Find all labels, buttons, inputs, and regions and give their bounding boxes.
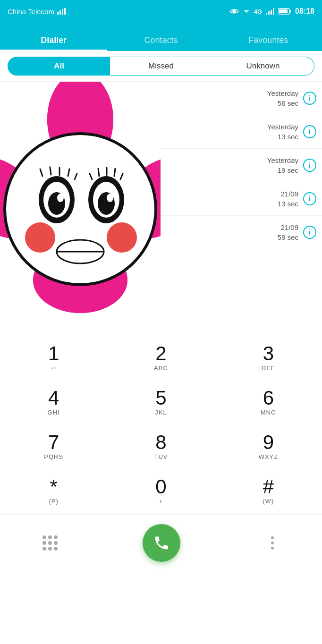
svg-rect-3: [64, 8, 66, 15]
filter-missed-button[interactable]: Missed: [110, 57, 212, 76]
dial-key-hash[interactable]: # (W): [226, 470, 311, 512]
call-button[interactable]: [143, 524, 180, 562]
dial-key-3[interactable]: 3 DEF: [226, 337, 311, 379]
svg-rect-8: [279, 9, 288, 13]
dialpad-row-1: 1 ◦◦ 2 ABC 3 DEF: [0, 337, 322, 379]
call-info-button[interactable]: i: [303, 159, 316, 172]
dial-key-9[interactable]: 9 WXYZ: [226, 425, 311, 468]
call-info-button[interactable]: i: [303, 92, 316, 105]
network-type: 4G: [254, 8, 262, 15]
dial-key-1[interactable]: 1 ◦◦: [11, 337, 96, 379]
call-item: Yesterday 13 sec i: [161, 115, 322, 149]
dial-key-0[interactable]: 0 +: [119, 470, 203, 512]
call-timestamp: Yesterday 56 sec: [267, 88, 298, 108]
dialpad-row-3: 7 PQRS 8 TUV 9 WXYZ: [0, 425, 322, 468]
contact-avatar: [0, 82, 161, 332]
dial-key-6[interactable]: 6 MNO: [226, 381, 311, 424]
phone-icon: [153, 534, 170, 551]
carrier-info: China Telecom: [8, 8, 66, 16]
call-timestamp: Yesterday 13 sec: [267, 122, 298, 142]
dial-key-5[interactable]: 5 JKL: [119, 381, 203, 424]
system-icons: 4G 08:18: [229, 7, 314, 16]
carrier-name: China Telecom: [8, 8, 54, 16]
svg-rect-7: [289, 10, 291, 13]
carrier-signal-icon: [57, 8, 66, 15]
time-display: 08:18: [295, 7, 314, 16]
svg-point-25: [107, 194, 113, 202]
visibility-icon: [229, 8, 239, 15]
dial-key-2[interactable]: 2 ABC: [119, 337, 203, 379]
tab-favourites[interactable]: Favourites: [215, 35, 322, 51]
svg-point-5: [233, 11, 235, 12]
call-area: Yesterday 56 sec i Yesterday 13 sec i Ye…: [0, 82, 322, 332]
filter-all-button[interactable]: All: [8, 57, 110, 76]
dialpad-row-2: 4 GHI 5 JKL 6 MNO: [0, 381, 322, 424]
call-item: 21/09 13 sec i: [161, 182, 322, 216]
signal-strength-icon: [266, 8, 274, 15]
flower-avatar-svg: [0, 82, 161, 332]
call-item: Yesterday 56 sec i: [161, 82, 322, 115]
dial-key-8[interactable]: 8 TUV: [119, 425, 203, 468]
dial-key-star[interactable]: * (P): [11, 470, 96, 512]
tab-contacts[interactable]: Contacts: [107, 35, 214, 51]
left-eye: [39, 176, 75, 223]
call-history-list: Yesterday 56 sec i Yesterday 13 sec i Ye…: [161, 82, 322, 332]
call-info-button[interactable]: i: [303, 192, 316, 205]
dialpad-grid-icon[interactable]: [42, 535, 58, 551]
dialpad: 1 ◦◦ 2 ABC 3 DEF 4 GHI 5 JKL 6 MNO 7 PQR…: [0, 332, 322, 512]
bottom-bar: [0, 514, 322, 571]
svg-line-32: [98, 169, 99, 176]
call-item: 21/09 59 sec i: [161, 216, 322, 249]
dial-key-4[interactable]: 4 GHI: [11, 381, 96, 424]
dial-key-7[interactable]: 7 PQRS: [11, 425, 96, 468]
svg-line-34: [114, 169, 115, 176]
dialpad-row-4: * (P) 0 + # (W): [0, 470, 322, 512]
svg-rect-1: [59, 10, 61, 15]
call-timestamp: 21/09 59 sec: [278, 222, 298, 242]
svg-point-37: [107, 222, 137, 253]
filter-bar: All Missed Unknown: [0, 51, 322, 82]
svg-point-36: [25, 222, 55, 253]
right-eye: [88, 176, 124, 223]
tab-dialler[interactable]: Dialler: [0, 35, 107, 51]
call-timestamp: Yesterday 19 sec: [267, 155, 298, 175]
svg-line-27: [50, 167, 51, 175]
call-info-button[interactable]: i: [303, 226, 316, 239]
filter-unknown-button[interactable]: Unknown: [212, 57, 314, 76]
svg-rect-2: [62, 9, 63, 15]
svg-point-21: [57, 194, 64, 202]
more-options-icon[interactable]: [265, 536, 280, 550]
wifi-icon: [243, 8, 250, 14]
call-item: Yesterday 19 sec i: [161, 149, 322, 182]
tab-bar: Dialler Contacts Favourites: [0, 23, 322, 51]
call-info-button[interactable]: i: [303, 125, 316, 138]
battery-icon: [278, 8, 291, 15]
call-timestamp: 21/09 13 sec: [278, 189, 298, 209]
svg-rect-0: [57, 12, 59, 15]
status-bar: China Telecom 4G: [0, 0, 322, 23]
